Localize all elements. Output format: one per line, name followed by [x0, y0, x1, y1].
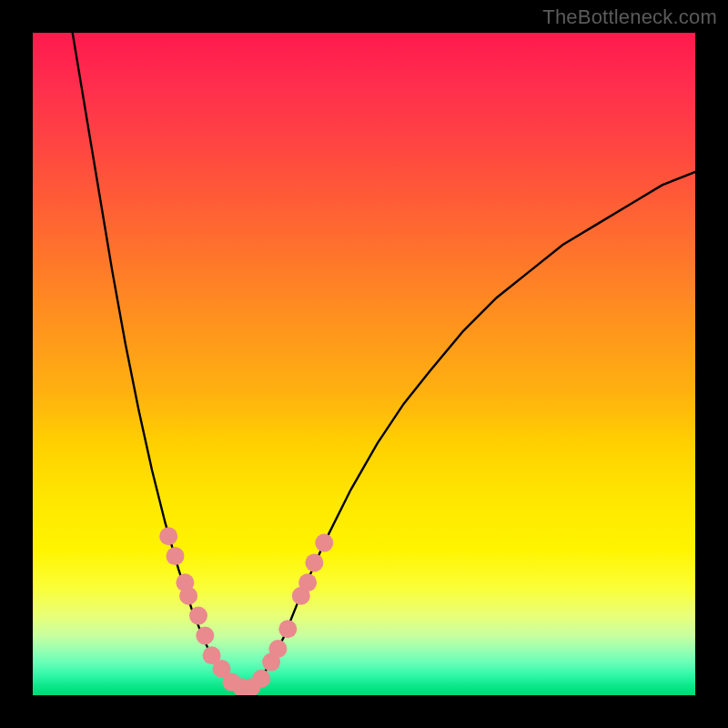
marker-dot [167, 547, 185, 565]
data-markers [159, 527, 333, 695]
marker-dot [196, 627, 214, 645]
marker-dot [252, 670, 270, 688]
marker-dot [179, 587, 197, 605]
marker-dot [189, 607, 207, 625]
marker-dot [159, 527, 177, 545]
plot-area [33, 33, 695, 695]
curve-right [245, 172, 695, 689]
marker-dot [268, 640, 287, 658]
marker-dot [305, 553, 323, 571]
overlay-svg [33, 33, 695, 695]
marker-dot [315, 534, 333, 552]
chart-container: TheBottleneck.com [0, 0, 728, 728]
marker-dot [298, 573, 317, 592]
watermark-text: TheBottleneck.com [542, 5, 717, 29]
curve-left [73, 33, 245, 689]
marker-dot [278, 620, 297, 638]
